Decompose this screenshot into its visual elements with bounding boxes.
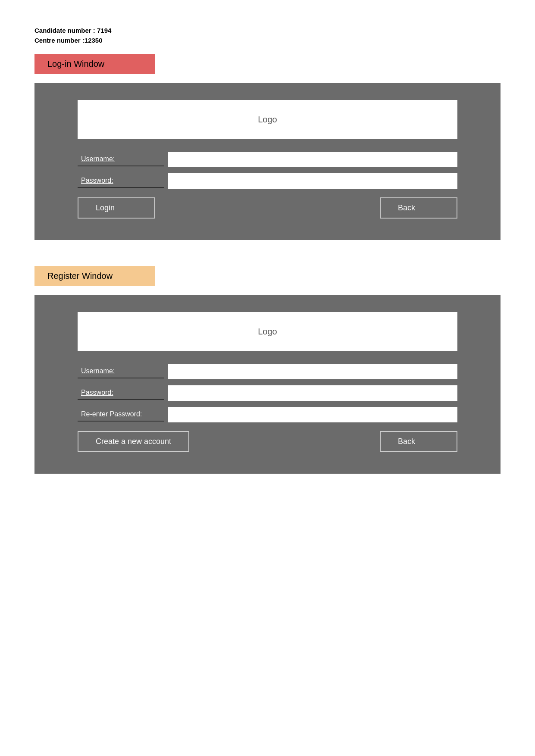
login-back-button[interactable]: Back <box>380 197 457 219</box>
login-button[interactable]: Login <box>78 197 155 219</box>
username-label: Username: <box>78 153 164 166</box>
reg-password-row: Password: <box>78 385 457 401</box>
register-logo-text: Logo <box>258 327 277 337</box>
register-window: Logo Username: Password: Re-enter Passwo… <box>34 295 501 474</box>
reg-reenter-label: Re-enter Password: <box>78 408 164 422</box>
register-logo-area: Logo <box>78 312 457 351</box>
candidate-number: Candidate number : 7194 <box>34 26 501 36</box>
reg-reenter-row: Re-enter Password: <box>78 407 457 422</box>
login-button-row: Login Back <box>78 197 457 219</box>
username-row: Username: <box>78 152 457 167</box>
password-row: Password: <box>78 173 457 189</box>
reg-password-label: Password: <box>78 386 164 400</box>
register-button-row: Create a new account Back <box>78 431 457 452</box>
reg-password-input[interactable] <box>168 385 457 401</box>
register-form: Username: Password: Re-enter Password: <box>78 364 457 422</box>
login-section-label: Log-in Window <box>34 54 155 74</box>
login-logo-area: Logo <box>78 100 457 139</box>
reg-reenter-input[interactable] <box>168 407 457 422</box>
create-account-button[interactable]: Create a new account <box>78 431 189 452</box>
register-back-button[interactable]: Back <box>380 431 457 452</box>
login-logo-text: Logo <box>258 115 277 125</box>
reg-username-input[interactable] <box>168 364 457 379</box>
centre-number: Centre number :12350 <box>34 36 501 46</box>
login-window: Logo Username: Password: Login Back <box>34 83 501 240</box>
login-form: Username: Password: <box>78 152 457 189</box>
password-input[interactable] <box>168 173 457 189</box>
reg-username-label: Username: <box>78 365 164 378</box>
candidate-info: Candidate number : 7194 Centre number :1… <box>34 26 501 45</box>
password-label: Password: <box>78 174 164 188</box>
username-input[interactable] <box>168 152 457 167</box>
register-section-label: Register Window <box>34 266 155 286</box>
reg-username-row: Username: <box>78 364 457 379</box>
